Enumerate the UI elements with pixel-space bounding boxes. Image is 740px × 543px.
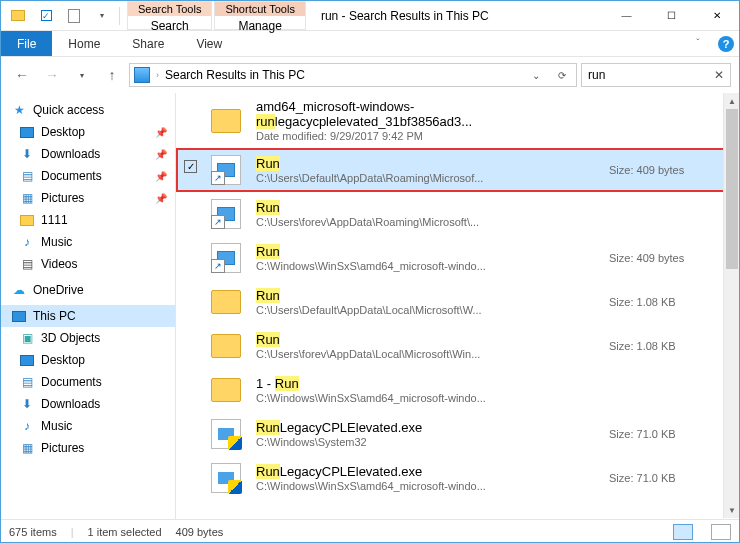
row-subtitle: C:\Windows\WinSxS\amd64_microsoft-windo.… [256,260,599,272]
sidebar-documents[interactable]: ▤Documents📌 [1,165,175,187]
row-subtitle: C:\Users\forev\AppData\Roaming\Microsoft… [256,216,599,228]
sidebar-desktop-pc[interactable]: Desktop [1,349,175,371]
up-button[interactable]: ↑ [99,62,125,88]
qat-customize[interactable]: ▾ [91,5,113,27]
file-tab[interactable]: File [1,31,52,56]
address-bar[interactable]: › Search Results in This PC ⌄ ⟳ [129,63,577,87]
row-body: RunC:\Users\forev\AppData\Local\Microsof… [256,332,599,360]
navigation-bar: ← → ▾ ↑ › Search Results in This PC ⌄ ⟳ … [1,57,739,93]
row-meta: Size: 1.08 KB [599,296,729,308]
result-row[interactable]: ✓amd64_microsoft-windows-runlegacycplele… [176,93,739,148]
sidebar-documents-pc[interactable]: ▤Documents [1,371,175,393]
title-bar: ✓ ▾ Search Tools Search Shortcut Tools M… [1,1,739,31]
row-title: Run [256,332,599,347]
result-row[interactable]: ✓1 - RunC:\Windows\WinSxS\amd64_microsof… [176,368,739,412]
location-icon [134,67,150,83]
exe-icon [210,462,242,494]
row-body: 1 - RunC:\Windows\WinSxS\amd64_microsoft… [256,376,599,404]
status-bar: 675 items | 1 item selected 409 bytes [1,519,739,543]
sidebar-downloads[interactable]: ⬇Downloads📌 [1,143,175,165]
maximize-button[interactable]: ☐ [649,1,694,30]
breadcrumb[interactable]: Search Results in This PC [165,68,305,82]
folder-icon [210,330,242,362]
row-title: Run [256,200,599,215]
search-box[interactable]: run ✕ [581,63,731,87]
row-subtitle: C:\Users\forev\AppData\Local\Microsoft\W… [256,348,599,360]
status-selection: 1 item selected [88,526,162,538]
row-body: RunLegacyCPLElevated.exeC:\Windows\Syste… [256,420,599,448]
refresh-button[interactable]: ⟳ [552,70,572,81]
row-meta: Size: 71.0 KB [599,428,729,440]
row-title: Run [256,288,599,303]
quick-access-toolbar: ✓ ▾ [1,1,126,30]
result-row[interactable]: ✓RunC:\Windows\WinSxS\amd64_microsoft-wi… [176,236,739,280]
exe-icon [210,418,242,450]
row-subtitle: C:\Windows\WinSxS\amd64_microsoft-windo.… [256,392,599,404]
recent-locations-button[interactable]: ▾ [69,62,95,88]
home-tab[interactable]: Home [52,31,116,56]
folder-icon[interactable] [7,5,29,27]
scrollbar-thumb[interactable] [726,109,738,269]
sidebar-desktop[interactable]: Desktop📌 [1,121,175,143]
sidebar-1111[interactable]: 1111 [1,209,175,231]
scroll-down-icon[interactable]: ▼ [724,502,740,518]
sidebar-pictures[interactable]: ▦Pictures📌 [1,187,175,209]
status-size: 409 bytes [176,526,224,538]
search-input[interactable]: run [588,68,714,82]
result-row[interactable]: ✓RunC:\Users\forev\AppData\Local\Microso… [176,324,739,368]
navigation-pane: ★Quick access Desktop📌 ⬇Downloads📌 ▤Docu… [1,93,176,519]
vertical-scrollbar[interactable]: ▲ ▼ [723,93,739,518]
row-subtitle: C:\Windows\System32 [256,436,599,448]
quick-access-header[interactable]: ★Quick access [1,99,175,121]
shortcut-tools-tab[interactable]: Shortcut Tools Manage [214,1,306,30]
status-count: 675 items [9,526,57,538]
address-dropdown-icon[interactable]: ⌄ [526,70,546,81]
row-title: 1 - Run [256,376,599,391]
collapse-ribbon-icon[interactable]: ˇ [683,31,713,56]
shortcut-icon [210,242,242,274]
view-tab[interactable]: View [180,31,238,56]
row-meta: Size: 71.0 KB [599,472,729,484]
result-row[interactable]: ✓RunC:\Users\Default\AppData\Roaming\Mic… [176,148,739,192]
scroll-up-icon[interactable]: ▲ [724,93,740,109]
clear-search-icon[interactable]: ✕ [714,68,724,82]
large-icons-view-button[interactable] [711,524,731,540]
sidebar-videos[interactable]: ▤Videos [1,253,175,275]
shortcut-icon [210,154,242,186]
sidebar-pictures-pc[interactable]: ▦Pictures [1,437,175,459]
row-title: Run [256,244,599,259]
ribbon-tabs: File Home Share View ˇ ? [1,31,739,57]
row-body: amd64_microsoft-windows-runlegacycplelev… [256,99,599,142]
back-button[interactable]: ← [9,62,35,88]
folder-icon [210,105,242,137]
row-title: Run [256,156,599,171]
sidebar-music-pc[interactable]: ♪Music [1,415,175,437]
row-body: RunC:\Windows\WinSxS\amd64_microsoft-win… [256,244,599,272]
qat-checkbox[interactable]: ✓ [35,5,57,27]
result-row[interactable]: ✓RunC:\Users\Default\AppData\Local\Micro… [176,280,739,324]
search-tools-tab[interactable]: Search Tools Search [127,1,212,30]
onedrive-header[interactable]: ☁OneDrive [1,279,175,301]
row-body: RunLegacyCPLElevated.exeC:\Windows\WinSx… [256,464,599,492]
row-title: RunLegacyCPLElevated.exe [256,420,599,435]
result-row[interactable]: ✓RunLegacyCPLElevated.exeC:\Windows\WinS… [176,456,739,500]
sidebar-music[interactable]: ♪Music [1,231,175,253]
result-row[interactable]: ✓RunC:\Users\forev\AppData\Roaming\Micro… [176,192,739,236]
this-pc-header[interactable]: This PC [1,305,175,327]
details-view-button[interactable] [673,524,693,540]
share-tab[interactable]: Share [116,31,180,56]
minimize-button[interactable]: — [604,1,649,30]
row-subtitle: C:\Users\Default\AppData\Local\Microsoft… [256,304,599,316]
close-button[interactable]: ✕ [694,1,739,30]
folder-icon [210,286,242,318]
properties-icon[interactable] [63,5,85,27]
help-button[interactable]: ? [713,31,739,56]
result-row[interactable]: ✓RunLegacyCPLElevated.exeC:\Windows\Syst… [176,412,739,456]
row-checkbox[interactable]: ✓ [184,160,197,173]
sidebar-3d-objects[interactable]: ▣3D Objects [1,327,175,349]
row-title: amd64_microsoft-windows-runlegacycplelev… [256,99,599,129]
forward-button[interactable]: → [39,62,65,88]
row-meta: Size: 409 bytes [599,164,729,176]
sidebar-downloads-pc[interactable]: ⬇Downloads [1,393,175,415]
row-meta: Size: 409 bytes [599,252,729,264]
